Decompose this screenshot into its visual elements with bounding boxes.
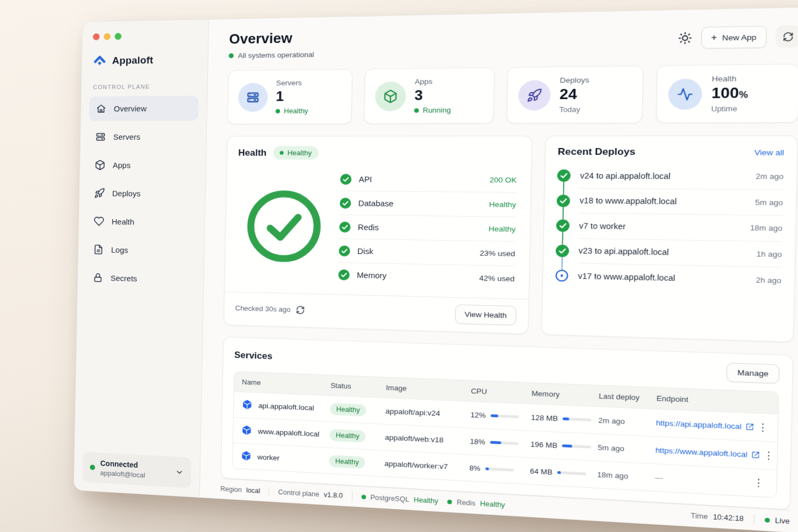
server-rack-icon [238, 83, 268, 112]
time-value: 10:42:18 [713, 513, 744, 523]
health-footer: Checked 30s ago View Health [224, 291, 528, 334]
sidebar-item-health[interactable]: Health [87, 209, 196, 234]
health-panel: Health Healthy [223, 136, 533, 334]
cpu-value: 12% [470, 410, 486, 419]
sidebar-item-servers[interactable]: Servers [89, 124, 198, 149]
row-menu-kebab-icon[interactable]: ⋮ [750, 477, 768, 488]
endpoint-link[interactable]: https://www.appaloft.local [655, 446, 760, 459]
divider [754, 514, 755, 524]
close-window-button[interactable] [93, 33, 100, 40]
manage-label: Manage [737, 368, 768, 378]
page-header: Overview All systems operational + New A… [229, 21, 798, 60]
sidebar-item-overview[interactable]: Overview [89, 96, 198, 121]
view-all-link[interactable]: View all [754, 148, 784, 157]
cpu-value: 8% [469, 464, 480, 473]
stat-value: 24 [560, 85, 589, 103]
heart-icon [94, 216, 104, 227]
postgres-label: PostgreSQL [370, 494, 409, 503]
last-deploy: 18m ago [597, 470, 655, 482]
zoom-window-button[interactable] [115, 33, 122, 39]
row-menu-kebab-icon[interactable]: ⋮ [754, 422, 772, 433]
sidebar-item-label: Logs [111, 245, 128, 255]
stat-card-servers: Servers 1 Healthy [228, 69, 353, 124]
check-circle-icon [340, 174, 352, 184]
check-circle-icon [556, 219, 570, 232]
app-window-scene: Appaloft CONTROL PLANE Overview Servers [73, 7, 798, 532]
deploys-panel-title: Recent Deploys [557, 147, 635, 158]
status-badge: Healthy [329, 429, 366, 442]
manage-button[interactable]: Manage [726, 363, 779, 383]
refresh-icon[interactable] [296, 305, 305, 314]
system-status: All systems operational [229, 50, 314, 60]
deploy-label: v18 to www.appaloft.local [580, 196, 677, 206]
document-icon [93, 244, 104, 255]
new-app-button[interactable]: + New App [701, 26, 767, 49]
sidebar-item-apps[interactable]: Apps [88, 153, 197, 177]
status-dot [280, 151, 284, 155]
endpoint-url: https://api.appaloft.local [656, 419, 741, 431]
health-checks: API 200 OK Database Healthy [338, 167, 517, 291]
stat-card-deploys: Deploys 24 Today [507, 65, 644, 123]
deploy-item: v24 to api.appaloft.local2m ago [557, 163, 784, 190]
connection-card[interactable]: Connected appaloft@local [83, 452, 192, 488]
control-plane-version: v1.8.0 [324, 490, 343, 499]
refresh-button[interactable] [775, 25, 798, 48]
service-name: worker [257, 453, 280, 462]
theme-toggle-sun-icon[interactable] [677, 31, 692, 45]
sidebar-item-label: Health [112, 217, 135, 226]
cpu-bar [490, 441, 518, 445]
check-value: Healthy [488, 224, 515, 233]
lock-icon [92, 272, 103, 283]
check-value: 23% used [480, 249, 515, 258]
col-last-deploy: Last deploy [599, 392, 657, 403]
live-dot [765, 517, 770, 522]
view-health-button[interactable]: View Health [455, 304, 516, 326]
redis-status-group: Redis Healthy [447, 498, 505, 509]
sidebar-item-logs[interactable]: Logs [87, 237, 196, 263]
minimize-window-button[interactable] [104, 33, 111, 40]
col-cpu: CPU [471, 387, 531, 398]
services-table: Name Status Image CPU Memory Last deploy… [232, 371, 779, 498]
stat-label: Health [712, 74, 749, 83]
stat-value: 100% [711, 84, 748, 102]
region-value: local [246, 486, 260, 495]
sidebar-item-label: Secrets [111, 273, 137, 283]
service-image: appaloft/web:v18 [385, 433, 470, 446]
endpoint-link[interactable]: https://api.appaloft.local [656, 419, 754, 432]
deploy-item: v7 to worker18m ago [556, 213, 782, 242]
app-window: Appaloft CONTROL PLANE Overview Servers [73, 7, 798, 532]
deploy-time: 1h ago [756, 249, 782, 259]
memory-value: 128 MB [531, 413, 558, 422]
connection-status-dot [90, 464, 95, 470]
check-row-api: API 200 OK [340, 167, 516, 193]
main-content: Overview All systems operational + New A… [200, 7, 798, 532]
brand: Appaloft [92, 52, 200, 68]
page-title: Overview [229, 30, 315, 48]
service-cube-icon [241, 425, 252, 437]
service-cube-icon [241, 450, 252, 462]
endpoint-url: — [655, 473, 663, 482]
external-link-icon [746, 423, 754, 431]
external-link-icon [751, 451, 760, 459]
cpu-bar [490, 414, 519, 418]
sidebar-item-label: Overview [114, 104, 147, 113]
status-badge: Healthy [330, 403, 366, 416]
service-image: appaloft/worker:v7 [384, 459, 470, 472]
stat-label: Deploys [560, 76, 589, 85]
health-panel-title: Health [238, 148, 267, 158]
row-menu-kebab-icon[interactable]: ⋮ [760, 450, 778, 461]
check-circle-icon [340, 197, 351, 208]
refresh-icon [782, 32, 793, 42]
cpu-bar [485, 468, 514, 472]
service-cube-icon [242, 399, 253, 411]
status-dot [275, 109, 280, 113]
sidebar-item-deploys[interactable]: Deploys [88, 181, 197, 206]
memory-bar [562, 444, 591, 448]
server-rack-icon [95, 131, 106, 142]
endpoint-url: https://www.appaloft.local [655, 446, 748, 459]
plus-icon: + [711, 32, 717, 43]
col-name: Name [242, 378, 330, 389]
sidebar-item-label: Apps [113, 161, 131, 169]
deploy-item: v23 to api.appaloft.local1h ago [555, 238, 782, 267]
sidebar-item-secrets[interactable]: Secrets [86, 265, 195, 291]
